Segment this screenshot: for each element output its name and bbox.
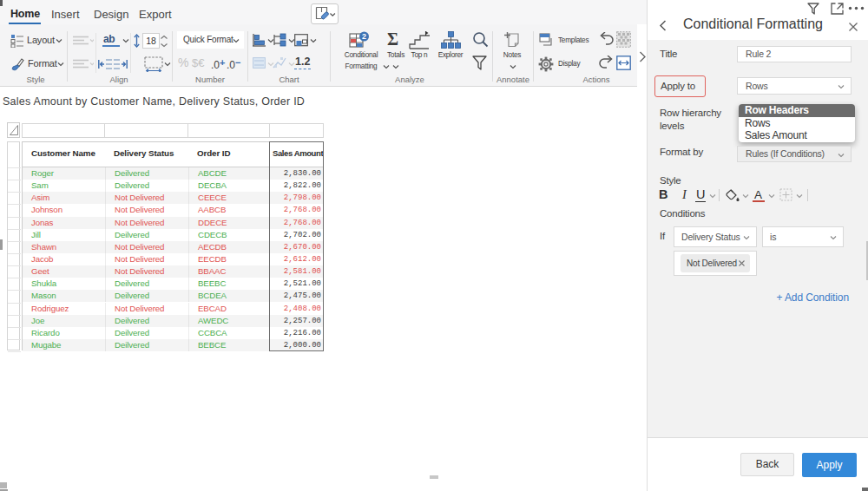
svg-text:2: 2 (362, 32, 366, 41)
